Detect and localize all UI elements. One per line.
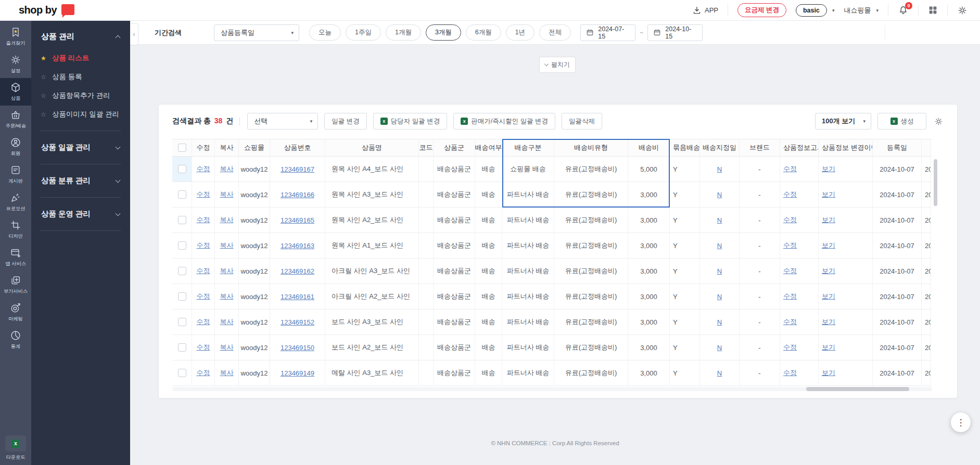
bulk-action-select[interactable]: 선택 ▾ [247, 113, 318, 130]
product_no-link[interactable]: 123469150 [281, 344, 314, 352]
manager-bulk-change-button[interactable]: x 담당자 일괄 변경 [373, 113, 447, 130]
floating-more-button[interactable]: ⋮ [951, 412, 971, 432]
row-checkbox[interactable] [178, 267, 186, 275]
sidebar-item-gear[interactable]: 설정 [0, 50, 31, 78]
change_history-link[interactable]: 보기 [822, 292, 835, 301]
edit-link[interactable]: 수정 [197, 266, 210, 276]
period-pill[interactable]: 오늘 [309, 24, 341, 41]
ship_date-link[interactable]: N [717, 191, 722, 199]
row-checkbox[interactable] [178, 318, 186, 326]
plan-badge-dropdown[interactable]: basic ▾ [796, 4, 835, 17]
row-checkbox[interactable] [178, 292, 186, 301]
period-pill[interactable]: 6개월 [466, 24, 501, 41]
sidebar-item-marketing[interactable]: 마케팅 [0, 299, 31, 326]
sidebar-item-design[interactable]: 디자인 [0, 216, 31, 243]
settings-button[interactable] [957, 5, 968, 16]
excel-download-button[interactable]: x 다운로드 [0, 435, 31, 461]
menu-item[interactable]: ☆상품 등록 [31, 68, 130, 86]
plan-change-button[interactable]: 요금제 변경 [737, 3, 786, 17]
copy-link[interactable]: 복사 [220, 368, 234, 378]
star-outline-icon[interactable]: ☆ [41, 73, 48, 81]
menu-item[interactable]: ☆상품항목추가 관리 [31, 86, 130, 105]
date-to-input[interactable]: 2024-10-15 [647, 24, 703, 41]
collapse-panel-button[interactable]: ‹ [130, 23, 138, 45]
product_no-link[interactable]: 123469166 [281, 191, 314, 199]
page-size-select[interactable]: 100개 보기 ▾ [815, 113, 871, 130]
star-outline-icon[interactable]: ☆ [41, 111, 48, 118]
sidebar-item-bookmark[interactable]: 즐겨찾기 [0, 23, 31, 50]
row-checkbox[interactable] [178, 343, 186, 352]
copy-link[interactable]: 복사 [220, 164, 234, 174]
notification-button[interactable]: 0 [898, 5, 909, 16]
ship_date-link[interactable]: N [717, 165, 722, 173]
generate-excel-button[interactable]: x 생성 [877, 113, 926, 130]
sidebar-item-promotion[interactable]: 프로모션 [0, 188, 31, 216]
info_notice-link[interactable]: 수정 [783, 266, 797, 276]
copy-link[interactable]: 복사 [220, 215, 234, 225]
menu-item[interactable]: ☆상품이미지 일괄 관리 [31, 105, 130, 124]
change_history-link[interactable]: 보기 [822, 241, 835, 250]
date-from-input[interactable]: 2024-07-15 [580, 24, 635, 41]
product_no-link[interactable]: 123469162 [281, 267, 314, 275]
expand-filters-button[interactable]: 펼치기 [539, 57, 576, 73]
period-type-select[interactable]: 상품등록일 ▾ [214, 24, 299, 41]
row-checkbox[interactable] [178, 369, 186, 377]
menu-item[interactable]: ★상품 리스트 [31, 49, 130, 68]
vertical-scrollbar-thumb[interactable] [934, 159, 937, 206]
edit-link[interactable]: 수정 [197, 368, 210, 378]
bulk-delete-button[interactable]: 일괄삭제 [562, 113, 602, 130]
sidebar-item-cube[interactable]: 상품 [0, 78, 31, 106]
bulk-change-button[interactable]: 일괄 변경 [324, 113, 366, 130]
ship_date-link[interactable]: N [717, 242, 722, 250]
edit-link[interactable]: 수정 [197, 317, 210, 327]
shopby-logo[interactable]: shop by [19, 4, 74, 16]
ship_date-link[interactable]: N [717, 344, 722, 352]
row-checkbox[interactable] [178, 190, 186, 199]
column-header-checkbox[interactable] [172, 139, 192, 157]
product_no-link[interactable]: 123469161 [281, 293, 314, 301]
row-checkbox[interactable] [178, 241, 186, 250]
period-pill[interactable]: 전체 [539, 24, 571, 41]
sidebar-item-board[interactable]: 게시판 [0, 161, 31, 188]
info_notice-link[interactable]: 수정 [783, 317, 797, 327]
change_history-link[interactable]: 보기 [822, 190, 835, 199]
app-download-button[interactable]: APP [692, 6, 718, 15]
edit-link[interactable]: 수정 [197, 190, 210, 199]
copy-link[interactable]: 복사 [220, 241, 234, 250]
copy-link[interactable]: 복사 [220, 190, 234, 199]
ship_date-link[interactable]: N [717, 267, 722, 275]
edit-link[interactable]: 수정 [197, 343, 210, 352]
info_notice-link[interactable]: 수정 [783, 164, 797, 174]
product_no-link[interactable]: 123469152 [281, 318, 314, 326]
product_no-link[interactable]: 123469149 [281, 369, 314, 377]
change_history-link[interactable]: 보기 [822, 266, 835, 276]
info_notice-link[interactable]: 수정 [783, 368, 797, 378]
change_history-link[interactable]: 보기 [822, 215, 835, 225]
sidebar-item-basket[interactable]: 주문/배송 [0, 106, 31, 133]
copy-link[interactable]: 복사 [220, 292, 234, 301]
change_history-link[interactable]: 보기 [822, 368, 835, 378]
sidebar-item-member[interactable]: 회원 [0, 133, 31, 161]
menu-section-collapsed[interactable]: 상품 운영 관리 [31, 204, 130, 224]
edit-link[interactable]: 수정 [197, 241, 210, 250]
info_notice-link[interactable]: 수정 [783, 241, 797, 250]
edit-link[interactable]: 수정 [197, 292, 210, 301]
row-checkbox[interactable] [178, 216, 186, 224]
select-all-checkbox[interactable] [178, 144, 186, 152]
period-pill[interactable]: 1주일 [346, 24, 381, 41]
star-filled-icon[interactable]: ★ [41, 55, 48, 62]
info_notice-link[interactable]: 수정 [783, 190, 797, 199]
ship_date-link[interactable]: N [717, 369, 722, 377]
row-checkbox[interactable] [178, 165, 186, 173]
edit-link[interactable]: 수정 [197, 215, 210, 225]
sidebar-item-addon[interactable]: 부가서비스 [0, 271, 31, 299]
product_no-link[interactable]: 123469165 [281, 216, 314, 224]
copy-link[interactable]: 복사 [220, 317, 234, 327]
menu-section-collapsed[interactable]: 상품 분류 관리 [31, 171, 130, 190]
menu-section-product-management[interactable]: 상품 관리 [31, 21, 130, 49]
ship_date-link[interactable]: N [717, 318, 722, 326]
period-pill[interactable]: 1개월 [386, 24, 421, 41]
copy-link[interactable]: 복사 [220, 343, 234, 352]
sidebar-item-stats[interactable]: 통계 [0, 326, 31, 354]
sidebar-item-appsvc[interactable]: 앱 서비스 [0, 243, 31, 271]
